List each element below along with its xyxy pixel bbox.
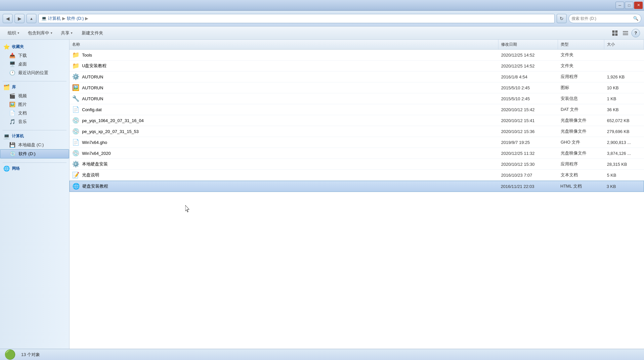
breadcrumb-computer[interactable]: 计算机 [48,16,61,22]
sidebar-item-local-c[interactable]: 💾 本地磁盘 (C:) [0,141,69,149]
breadcrumb[interactable]: 💻 计算机 ▶ 软件 (D:) ▶ [38,14,555,23]
sidebar-item-software-d[interactable]: 💿 软件 (D:) [0,149,69,158]
file-type: HTML 文档 [558,182,604,191]
library-label: 库 [12,84,16,90]
back-button[interactable]: ◀ [3,14,13,23]
sidebar-item-music[interactable]: 🎵 音乐 [0,117,69,126]
file-name-cell: 🖼️ AUTORUN [69,82,498,93]
file-modified: 2020/10/12 15:41 [498,116,558,125]
svg-rect-1 [615,30,618,33]
music-icon: 🎵 [9,119,16,125]
organize-button[interactable]: 组织 ▾ [4,28,23,38]
table-row[interactable]: 💿 pe_yqs_xp_20_07_31_15_53 2020/10/12 15… [69,126,644,137]
breadcrumb-drive[interactable]: 软件 (D:) [67,16,84,22]
status-count: 13 个对象 [21,352,40,358]
status-bar: 🟢 13 个对象 [0,349,644,360]
file-size: 5 KB [604,171,644,179]
file-icon: 💿 [72,128,79,135]
star-icon: ⭐ [3,44,10,50]
sidebar-item-doc[interactable]: 📄 文档 [0,109,69,117]
forward-button[interactable]: ▶ [15,14,24,23]
file-icon: 🌐 [72,183,80,190]
file-name-cell: 📁 Tools [69,50,498,60]
col-name[interactable]: 名称 [69,40,498,49]
help-button[interactable]: ? [631,29,640,37]
sidebar-item-picture[interactable]: 🖼️ 图片 [0,100,69,109]
favorites-label: 收藏夹 [12,44,24,50]
sidebar-item-desktop[interactable]: 🖥️ 桌面 [0,60,69,68]
maximize-button[interactable]: □ [625,2,633,9]
file-modified: 2020/12/25 11:32 [498,149,558,158]
sidebar: ⭐ 收藏夹 📥 下载 🖥️ 桌面 🕐 最近访问的位置 🗂️ 库 [0,40,69,349]
file-size: 1 KB [604,95,644,103]
col-size[interactable]: 大小 [604,40,644,49]
svg-rect-2 [612,33,615,36]
file-modified: 2016/1/8 4:54 [498,73,558,81]
table-row[interactable]: ⚙️ AUTORUN 2016/1/8 4:54 应用程序 1,926 KB [69,71,644,82]
file-name-cell: ⚙️ AUTORUN [69,71,498,82]
include-library-button[interactable]: 包含到库中 ▾ [24,28,56,38]
refresh-button[interactable]: ↻ [557,14,567,23]
file-name: 硬盘安装教程 [82,183,108,189]
file-name: U盘安装教程 [82,63,107,69]
table-row[interactable]: ⚙️ 本地硬盘安装 2020/10/12 15:30 应用程序 28,315 K… [69,159,644,170]
col-type[interactable]: 类型 [558,40,604,49]
sidebar-item-download[interactable]: 📥 下载 [0,51,69,60]
main-container: ⭐ 收藏夹 📥 下载 🖥️ 桌面 🕐 最近访问的位置 🗂️ 库 [0,40,644,349]
view-options-button[interactable] [610,28,620,38]
file-modified: 2015/5/10 2:45 [498,84,558,92]
file-size: 3,874,126 ... [604,149,644,158]
file-size: 10 KB [604,84,644,92]
table-row[interactable]: 💿 pe_yqs_1064_20_07_31_16_04 2020/10/12 … [69,115,644,126]
computer-label: 计算机 [12,133,24,139]
file-type: 光盘映像文件 [558,127,604,136]
download-icon: 📥 [9,53,16,59]
file-area: 名称 修改日期 类型 大小 📁 Tools 2020/12/25 14:52 文… [69,40,644,349]
file-type: 安装信息 [558,94,604,103]
sidebar-computer-header[interactable]: 💻 计算机 [0,132,69,141]
file-name: 光盘说明 [82,172,99,178]
file-icon: ⚙️ [72,73,79,80]
file-icon: 📁 [72,62,79,69]
minimize-button[interactable]: ─ [616,2,624,9]
organize-label: 组织 [8,30,16,36]
file-type: DAT 文件 [558,105,604,114]
sidebar-favorites-header[interactable]: ⭐ 收藏夹 [0,42,69,51]
search-box[interactable]: 🔍 [569,14,641,23]
file-type: 文件夹 [558,61,604,70]
up-button[interactable]: ▲ [26,14,36,23]
file-modified: 2016/10/23 7:07 [498,171,558,179]
table-row[interactable]: 📄 Config.dat 2020/10/12 15:42 DAT 文件 36 … [69,104,644,115]
file-name-cell: 📝 光盘说明 [69,170,498,180]
file-name-cell: 📁 U盘安装教程 [69,61,498,71]
new-folder-button[interactable]: 新建文件夹 [77,28,107,38]
col-modified[interactable]: 修改日期 [498,40,558,49]
view-list-button[interactable] [621,28,630,38]
table-row[interactable]: 🌐 硬盘安装教程 2016/11/21 22:03 HTML 文档 3 KB [69,181,644,192]
table-row[interactable]: 📁 U盘安装教程 2020/12/25 14:52 文件夹 [69,61,644,71]
file-type: 应用程序 [558,72,604,81]
close-button[interactable]: ✕ [634,2,643,9]
file-name: pe_yqs_xp_20_07_31_15_53 [82,129,139,134]
table-row[interactable]: 📄 Win7x64.gho 2019/9/7 19:25 GHO 文件 2,90… [69,137,644,148]
file-size: 28,315 KB [604,160,644,168]
sidebar-network-header[interactable]: 🌐 网络 [0,164,69,173]
breadcrumb-separator-1: ▶ [62,16,65,21]
file-size: 652,072 KB [604,116,644,125]
recent-icon: 🕐 [9,70,16,76]
table-row[interactable]: 💿 Win7x64_2020 2020/12/25 11:32 光盘映像文件 3… [69,148,644,159]
file-icon: 📝 [72,171,79,179]
sidebar-item-video[interactable]: 🎬 视频 [0,92,69,100]
file-name: Config.dat [82,107,102,112]
file-icon: 🖼️ [72,84,79,91]
sidebar-library-header[interactable]: 🗂️ 库 [0,83,69,92]
table-row[interactable]: 🖼️ AUTORUN 2015/5/10 2:45 图标 10 KB [69,82,644,93]
table-row[interactable]: 📝 光盘说明 2016/10/23 7:07 文本文档 5 KB [69,170,644,181]
search-input[interactable] [572,16,632,21]
table-row[interactable]: 🔧 AUTORUN 2015/5/10 2:45 安装信息 1 KB [69,93,644,104]
share-button[interactable]: 共享 ▾ [57,28,76,38]
file-icon: 📁 [72,51,79,59]
sidebar-item-recent[interactable]: 🕐 最近访问的位置 [0,68,69,77]
file-modified: 2015/5/10 2:45 [498,95,558,103]
table-row[interactable]: 📁 Tools 2020/12/25 14:52 文件夹 [69,50,644,61]
